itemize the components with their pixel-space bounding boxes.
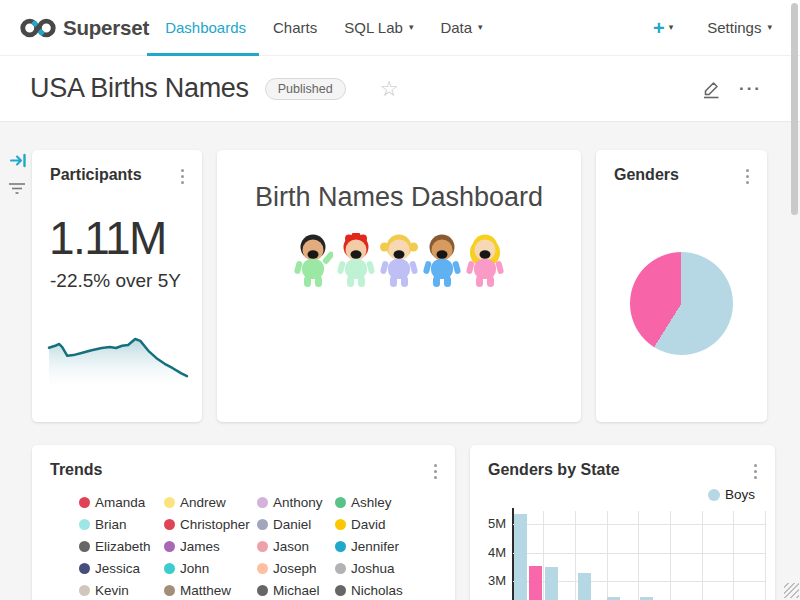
gridline-h (513, 524, 765, 525)
kebab-menu-icon[interactable] (177, 166, 188, 187)
legend-item-daniel[interactable]: Daniel (257, 517, 335, 532)
legend-label: Elizabeth (95, 539, 151, 554)
page-title: USA Births Names (30, 73, 249, 104)
edit-pencil-icon[interactable] (701, 79, 721, 99)
legend-item-jessica[interactable]: Jessica (79, 561, 164, 576)
genders-pie[interactable] (630, 252, 733, 355)
published-badge[interactable]: Published (265, 78, 346, 100)
gridline-v (670, 511, 671, 600)
more-actions-icon[interactable]: ··· (739, 80, 762, 97)
legend-item-john[interactable]: John (164, 561, 257, 576)
trends-legend: AmandaAndrewAnthonyAshleyBrianChristophe… (79, 495, 455, 600)
legend-item-matthew[interactable]: Matthew (164, 583, 257, 598)
expand-filter-panel-icon[interactable] (10, 152, 27, 169)
y-axis-tick: 5M (476, 516, 506, 531)
chart-resize-handle[interactable] (784, 583, 799, 598)
legend-item-nicholas[interactable]: Nicholas (335, 583, 455, 598)
legend-swatch (164, 497, 175, 508)
legend-swatch (257, 519, 268, 530)
birth-names-card: Birth Names Dashboard (217, 150, 581, 422)
gridline-h (513, 553, 765, 554)
genders-card: Genders (596, 150, 767, 422)
top-nav: Superset Dashboards Charts SQL Lab ▾ Dat… (0, 0, 800, 56)
legend-item-jason[interactable]: Jason (257, 539, 335, 554)
bar-boys[interactable] (578, 573, 591, 600)
kid-figure (336, 233, 376, 291)
legend-item-anthony[interactable]: Anthony (257, 495, 335, 510)
bar-boys[interactable] (514, 514, 527, 600)
kebab-menu-icon[interactable] (430, 461, 441, 482)
legend-swatch (164, 585, 175, 596)
legend-item-ashley[interactable]: Ashley (335, 495, 455, 510)
card-title: Trends (50, 461, 102, 479)
card-header: Trends (32, 445, 455, 482)
dashboard-heading: Birth Names Dashboard (217, 182, 581, 213)
brand-name: Superset (63, 16, 149, 40)
kid-figure (293, 233, 333, 291)
chevron-down-icon: ▾ (767, 23, 772, 32)
nav-label: SQL Lab (344, 19, 403, 36)
legend-label: Andrew (180, 495, 226, 510)
legend-swatch (79, 519, 90, 530)
big-number-value: 1.11M (49, 211, 202, 265)
bar-boys[interactable] (545, 567, 558, 600)
nav-item-charts[interactable]: Charts (271, 15, 319, 40)
legend-item-james[interactable]: James (164, 539, 257, 554)
legend-label: Anthony (273, 495, 323, 510)
legend-label: Michael (273, 583, 320, 598)
legend-swatch (79, 497, 90, 508)
gridline-v (638, 511, 639, 600)
superset-logo[interactable]: Superset (20, 16, 149, 40)
legend-item-jennifer[interactable]: Jennifer (335, 539, 455, 554)
favorite-star-icon[interactable]: ☆ (380, 78, 399, 99)
gridline-v (765, 511, 766, 600)
legend-item-brian[interactable]: Brian (79, 517, 164, 532)
card-title: Participants (50, 166, 142, 184)
participants-sparkline[interactable] (47, 326, 189, 390)
legend-label: James (180, 539, 220, 554)
state-bar-chart: 5M 4M 3M (470, 445, 775, 600)
settings-menu[interactable]: Settings ▾ (707, 19, 772, 36)
legend-label: Joshua (351, 561, 395, 576)
participants-card: Participants 1.11M -22.5% over 5Y (32, 150, 202, 422)
legend-swatch (79, 563, 90, 574)
scrollbar-thumb[interactable] (791, 3, 798, 215)
card-title: Genders (614, 166, 679, 184)
nav-label: Data (440, 19, 472, 36)
legend-swatch (164, 563, 175, 574)
add-new-button[interactable]: + ▾ (653, 18, 673, 38)
kebab-menu-icon[interactable] (742, 166, 753, 187)
nav-item-sql-lab[interactable]: SQL Lab ▾ (342, 15, 415, 40)
legend-item-kevin[interactable]: Kevin (79, 583, 164, 598)
legend-label: Christopher (180, 517, 250, 532)
legend-swatch (257, 563, 268, 574)
legend-item-andrew[interactable]: Andrew (164, 495, 257, 510)
legend-item-christopher[interactable]: Christopher (164, 517, 257, 532)
nav-item-data[interactable]: Data ▾ (438, 15, 484, 40)
infinity-logo-icon (20, 16, 56, 40)
chevron-down-icon: ▾ (409, 23, 414, 32)
legend-item-elizabeth[interactable]: Elizabeth (79, 539, 164, 554)
legend-label: Nicholas (351, 583, 403, 598)
legend-swatch (164, 519, 175, 530)
bar-girls[interactable] (529, 566, 542, 600)
kid-figure (465, 233, 505, 291)
legend-item-michael[interactable]: Michael (257, 583, 335, 598)
legend-item-david[interactable]: David (335, 517, 455, 532)
nav-item-dashboards[interactable]: Dashboards (163, 15, 248, 40)
legend-label: Amanda (95, 495, 145, 510)
legend-item-amanda[interactable]: Amanda (79, 495, 164, 510)
legend-label: John (180, 561, 209, 576)
legend-label: Daniel (273, 517, 311, 532)
legend-item-joshua[interactable]: Joshua (335, 561, 455, 576)
trend-delta: -22.5% over 5Y (50, 270, 202, 292)
legend-label: Jessica (95, 561, 140, 576)
legend-swatch (335, 497, 346, 508)
gridline-v (733, 511, 734, 600)
legend-swatch (79, 585, 90, 596)
gridline-v (702, 511, 703, 600)
collapse-filters-icon[interactable] (8, 181, 26, 197)
legend-swatch (335, 563, 346, 574)
legend-item-joseph[interactable]: Joseph (257, 561, 335, 576)
genders-by-state-card: Genders by State Boys 5M 4M 3M (470, 445, 775, 600)
